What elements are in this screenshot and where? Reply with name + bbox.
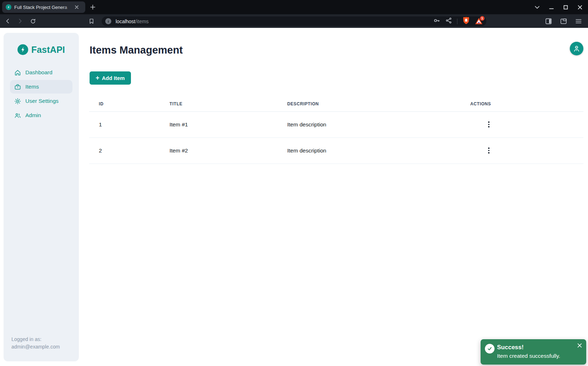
table-row: 1 Item #1 Item description bbox=[89, 111, 583, 137]
page-title: Items Management bbox=[90, 44, 183, 56]
app-logo: FastAPI bbox=[4, 44, 79, 55]
logged-in-email: admin@example.com bbox=[11, 343, 60, 351]
browser-window: Full Stack Project Genera bbox=[0, 0, 588, 366]
new-tab-button[interactable] bbox=[88, 3, 97, 11]
menu-hamburger-icon[interactable] bbox=[574, 16, 583, 26]
logged-in-info: Logged in as: admin@example.com bbox=[11, 336, 60, 351]
sidebar-item-label: Items bbox=[25, 84, 39, 90]
toast-message: Item created successfully. bbox=[497, 353, 560, 359]
brave-shield-icon[interactable] bbox=[462, 16, 470, 26]
sidebar-item-label: Admin bbox=[25, 112, 41, 119]
table-header-row: ID TITLE DESCRIPTION ACTIONS bbox=[89, 96, 583, 111]
home-icon bbox=[14, 69, 21, 76]
cell-description: Item description bbox=[278, 111, 461, 137]
sidebar-panel-icon[interactable] bbox=[544, 16, 553, 26]
fastapi-lightning-icon bbox=[17, 44, 28, 55]
cell-actions bbox=[461, 137, 583, 164]
col-header-actions: ACTIONS bbox=[461, 96, 583, 111]
users-icon bbox=[14, 112, 21, 119]
site-info-icon[interactable] bbox=[105, 18, 111, 24]
sidebar-nav: Dashboard Items User Settings bbox=[10, 66, 72, 122]
favicon-lightning-icon bbox=[6, 4, 11, 10]
toast-title: Success! bbox=[497, 344, 524, 351]
success-toast: Success! Item created successfully. bbox=[481, 339, 586, 365]
urlbar-icons: 1 bbox=[433, 16, 483, 26]
cell-actions bbox=[461, 111, 583, 137]
rewards-badge: 1 bbox=[480, 16, 485, 21]
cell-title: Item #2 bbox=[160, 137, 278, 164]
col-header-title: TITLE bbox=[160, 96, 278, 111]
minimize-button[interactable] bbox=[548, 4, 554, 10]
tab-strip: Full Stack Project Genera bbox=[0, 0, 588, 14]
col-header-description: DESCRIPTION bbox=[278, 96, 461, 111]
share-icon[interactable] bbox=[445, 17, 452, 25]
key-icon[interactable] bbox=[433, 17, 440, 26]
sidebar-item-items[interactable]: Items bbox=[10, 80, 72, 94]
reload-button[interactable] bbox=[28, 16, 38, 26]
add-item-label: Add Item bbox=[102, 75, 125, 81]
window-controls bbox=[534, 0, 588, 14]
cell-id: 2 bbox=[89, 137, 160, 164]
browser-tab[interactable]: Full Stack Project Genera bbox=[2, 1, 85, 13]
sidebar: FastAPI Dashboard Items bbox=[4, 33, 79, 361]
toast-close-icon[interactable] bbox=[576, 342, 583, 349]
col-header-id: ID bbox=[89, 96, 160, 111]
toolbar-right bbox=[544, 14, 588, 28]
sidebar-item-label: Dashboard bbox=[25, 69, 52, 76]
cell-title: Item #1 bbox=[160, 111, 278, 137]
items-table: ID TITLE DESCRIPTION ACTIONS 1 Item #1 I… bbox=[89, 96, 583, 164]
sidebar-item-admin[interactable]: Admin bbox=[10, 109, 72, 122]
wallet-panel-icon[interactable] bbox=[559, 16, 568, 26]
tab-close-icon[interactable] bbox=[74, 4, 80, 10]
row-actions-kebab-icon[interactable] bbox=[483, 145, 494, 156]
maximize-button[interactable] bbox=[562, 4, 569, 10]
user-avatar-button[interactable] bbox=[570, 42, 583, 55]
url-bar[interactable]: localhost/items 1 bbox=[102, 16, 486, 26]
url-path: /items bbox=[135, 19, 148, 24]
forward-button[interactable] bbox=[15, 16, 25, 26]
back-button[interactable] bbox=[3, 16, 13, 26]
cell-description: Item description bbox=[278, 137, 461, 164]
logged-in-label: Logged in as: bbox=[11, 336, 60, 343]
gear-icon bbox=[14, 98, 21, 105]
bookmark-icon[interactable] bbox=[86, 16, 96, 26]
close-window-button[interactable] bbox=[577, 4, 583, 10]
browser-toolbar: localhost/items 1 bbox=[0, 14, 588, 28]
divider bbox=[457, 19, 457, 24]
app-page: FastAPI Dashboard Items bbox=[0, 28, 588, 366]
check-circle-icon bbox=[485, 344, 495, 354]
url-host: localhost bbox=[116, 19, 135, 24]
briefcase-icon bbox=[14, 84, 21, 90]
url-text: localhost/items bbox=[116, 19, 433, 24]
sidebar-item-user-settings[interactable]: User Settings bbox=[10, 94, 72, 108]
plus-icon: + bbox=[96, 75, 100, 81]
sidebar-item-label: User Settings bbox=[25, 98, 59, 104]
brave-rewards-icon[interactable]: 1 bbox=[475, 17, 483, 25]
row-actions-kebab-icon[interactable] bbox=[483, 119, 494, 130]
sidebar-item-dashboard[interactable]: Dashboard bbox=[10, 66, 72, 79]
tab-title: Full Stack Project Genera bbox=[14, 5, 74, 10]
app-logo-text: FastAPI bbox=[31, 45, 65, 55]
table-row: 2 Item #2 Item description bbox=[89, 137, 583, 164]
cell-id: 1 bbox=[89, 111, 160, 137]
add-item-button[interactable]: + Add Item bbox=[90, 71, 131, 85]
tab-search-chevron-icon[interactable] bbox=[534, 4, 540, 10]
